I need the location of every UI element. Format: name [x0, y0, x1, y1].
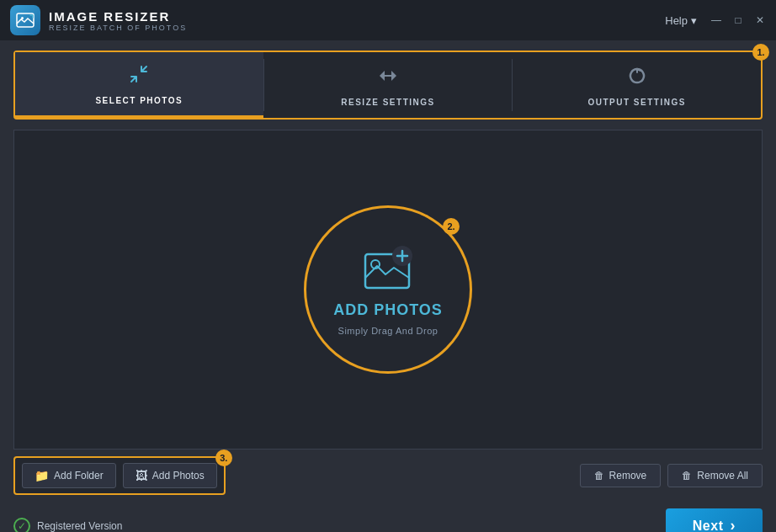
title-bar-right: Help ▾ — □ ✕ [665, 14, 766, 27]
app-icon [10, 5, 40, 35]
add-photos-label: ADD PHOTOS [333, 301, 443, 319]
add-photos-subtitle: Simply Drag And Drop [338, 326, 438, 336]
tab-select-photos-label: SELECT PHOTOS [95, 96, 183, 105]
minimize-button[interactable]: — [710, 14, 722, 26]
registered-label: Registered Version [37, 520, 122, 532]
title-bar-left: IMAGE RESIZER RESIZE BATCH OF PHOTOS [10, 5, 187, 35]
chevron-down-icon: ▾ [691, 14, 697, 27]
tab-resize-settings[interactable]: RESIZE SETTINGS [264, 52, 513, 118]
add-folder-button[interactable]: 📁 Add Folder [22, 463, 116, 488]
add-photos-btn-label: Add Photos [152, 470, 205, 481]
title-bar: IMAGE RESIZER RESIZE BATCH OF PHOTOS Hel… [0, 0, 776, 40]
close-button[interactable]: ✕ [754, 14, 766, 26]
select-photos-icon [127, 62, 151, 91]
add-photos-icon [359, 244, 417, 295]
tab-output-settings[interactable]: OUTPUT SETTINGS [513, 52, 761, 118]
status-bar: ✓ Registered Version Next › [0, 498, 776, 532]
remove-button[interactable]: 🗑 Remove [580, 464, 662, 487]
tab-select-photos[interactable]: SELECT PHOTOS [15, 52, 263, 118]
app-title: IMAGE RESIZER [49, 9, 187, 24]
bottom-toolbar: 3. 📁 Add Folder 🖼 Add Photos 🗑 Remove 🗑 … [13, 456, 763, 495]
add-folder-label: Add Folder [54, 470, 104, 481]
trash-all-icon: 🗑 [682, 470, 692, 481]
right-buttons-group: 🗑 Remove 🗑 Remove All [580, 464, 763, 487]
toolbar-badge: 3. [215, 450, 232, 466]
check-circle-icon: ✓ [13, 518, 30, 533]
left-buttons-group: 3. 📁 Add Folder 🖼 Add Photos [13, 456, 226, 495]
resize-settings-icon [376, 64, 400, 93]
next-button[interactable]: Next › [666, 508, 763, 532]
folder-icon: 📁 [35, 469, 49, 482]
add-photos-circle[interactable]: 2. ADD PHOTOS Simply Drag And Drop [304, 205, 472, 374]
photo-icon: 🖼 [136, 469, 147, 482]
next-label: Next [693, 519, 724, 533]
remove-all-label: Remove All [697, 470, 748, 481]
registered-version: ✓ Registered Version [13, 518, 122, 533]
output-settings-icon [625, 64, 649, 93]
remove-label: Remove [609, 470, 647, 481]
drop-zone-badge: 2. [443, 218, 460, 235]
drop-zone[interactable]: 2. ADD PHOTOS Simply Drag And Drop [304, 205, 472, 374]
main-drop-area[interactable]: 2. ADD PHOTOS Simply Drag And Drop [13, 130, 763, 450]
window-controls: — □ ✕ [710, 14, 766, 26]
tabs-container: 1. SELECT PHOTOS RESIZE SETTINGS [13, 51, 763, 120]
app-title-block: IMAGE RESIZER RESIZE BATCH OF PHOTOS [49, 9, 187, 32]
tabs-badge: 1. [752, 44, 769, 61]
add-photos-button[interactable]: 🖼 Add Photos [123, 463, 217, 488]
remove-all-button[interactable]: 🗑 Remove All [667, 464, 763, 487]
next-arrow-icon: › [731, 517, 736, 532]
help-button[interactable]: Help ▾ [665, 14, 697, 27]
app-subtitle: RESIZE BATCH OF PHOTOS [49, 24, 187, 32]
help-label: Help [665, 14, 688, 27]
tab-output-settings-label: OUTPUT SETTINGS [587, 98, 685, 107]
trash-icon: 🗑 [594, 470, 604, 481]
maximize-button[interactable]: □ [732, 14, 744, 26]
tab-resize-settings-label: RESIZE SETTINGS [341, 98, 434, 107]
